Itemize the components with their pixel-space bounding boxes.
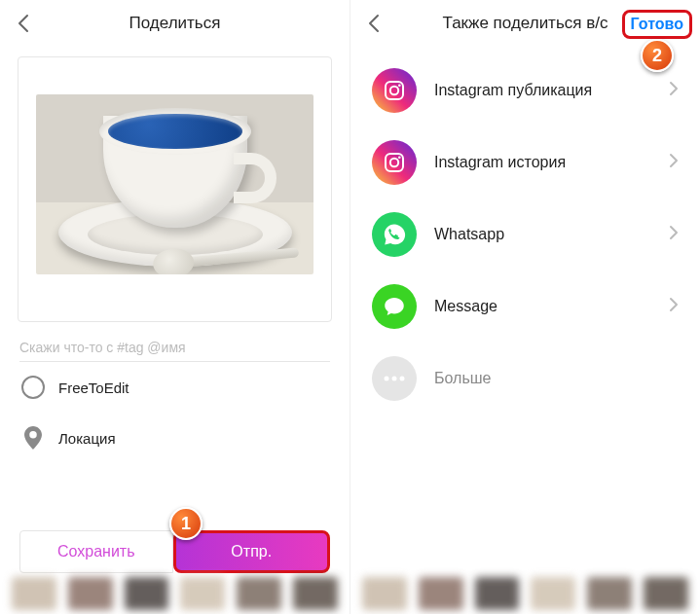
svg-rect-0 xyxy=(386,82,403,99)
share-item-label: Whatsapp xyxy=(434,226,504,243)
share-item-message[interactable]: Message xyxy=(350,271,700,343)
post-image[interactable] xyxy=(36,94,313,274)
circle-unchecked-icon xyxy=(21,376,45,399)
instagram-icon xyxy=(372,140,417,185)
svg-point-7 xyxy=(392,377,397,381)
back-button[interactable] xyxy=(10,10,37,37)
share-item-label: Instagram публикация xyxy=(434,82,592,99)
message-icon xyxy=(372,284,417,329)
chevron-right-icon xyxy=(669,153,679,172)
header: Также поделиться в/с Готово xyxy=(350,0,700,47)
footer-buttons: Сохранить Отпр. xyxy=(0,530,350,573)
share-item-instagram-story[interactable]: Instagram история xyxy=(350,126,700,199)
post-card xyxy=(18,56,332,322)
location-pin-icon xyxy=(21,426,45,450)
location-label: Локация xyxy=(58,430,116,447)
share-list: Instagram публикация Instagram история xyxy=(350,47,700,422)
svg-point-1 xyxy=(390,87,398,94)
step-badge-1: 1 xyxy=(169,507,203,540)
share-item-label: Message xyxy=(434,298,497,315)
send-button[interactable]: Отпр. xyxy=(173,530,331,573)
page-title: Также поделиться в/с xyxy=(443,14,608,33)
svg-point-2 xyxy=(398,84,401,87)
instagram-icon xyxy=(372,68,417,113)
header: Поделиться xyxy=(0,0,350,47)
share-item-whatsapp[interactable]: Whatsapp xyxy=(350,199,700,271)
chevron-right-icon xyxy=(669,225,679,244)
free-to-edit-label: FreeToEdit xyxy=(58,379,129,396)
svg-point-5 xyxy=(398,156,401,159)
back-button[interactable] xyxy=(360,10,387,37)
share-item-label: Больше xyxy=(434,370,491,387)
svg-point-6 xyxy=(385,377,389,381)
share-item-label: Instagram история xyxy=(434,154,566,171)
location-row[interactable]: Локация xyxy=(0,413,350,463)
chevron-right-icon xyxy=(669,297,679,316)
thumbnail-strip xyxy=(0,573,350,614)
free-to-edit-row[interactable]: FreeToEdit xyxy=(0,362,350,413)
svg-rect-3 xyxy=(386,154,403,171)
done-button[interactable]: Готово xyxy=(622,10,692,39)
whatsapp-icon xyxy=(372,212,417,257)
svg-point-4 xyxy=(390,159,398,166)
svg-point-8 xyxy=(400,377,405,381)
also-share-screen: Также поделиться в/с Готово Instagram пу… xyxy=(350,0,700,614)
save-button[interactable]: Сохранить xyxy=(19,530,173,573)
step-badge-2: 2 xyxy=(641,39,674,72)
chevron-left-icon xyxy=(367,14,381,33)
share-item-more[interactable]: Больше xyxy=(350,343,700,415)
page-title: Поделиться xyxy=(129,14,221,33)
more-icon xyxy=(372,356,417,401)
thumbnail-strip xyxy=(350,573,700,614)
chevron-right-icon xyxy=(669,81,679,100)
caption-input[interactable]: Скажи что-то с #tag @имя xyxy=(19,340,330,355)
chevron-left-icon xyxy=(17,14,30,33)
